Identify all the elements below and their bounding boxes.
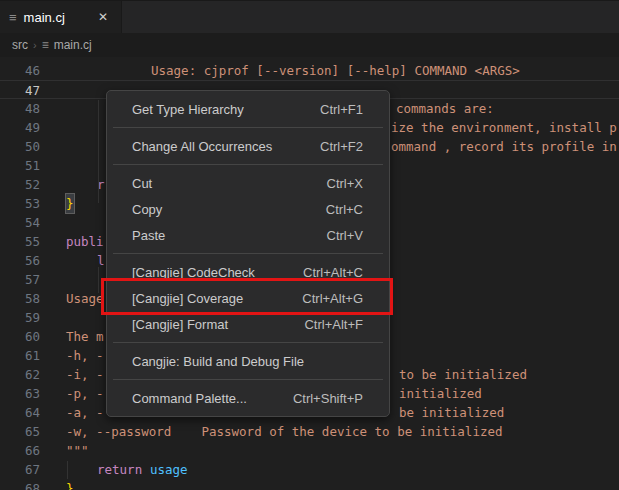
breadcrumb: src › ≡ main.cj [0,33,619,57]
code-text: usage [150,460,188,479]
menu-separator [113,127,383,128]
line-number: 66 [0,441,40,460]
indent-guide [67,461,68,479]
code-text: """ [66,441,89,460]
indent-guide [98,267,99,293]
line-number: 56 [0,251,40,270]
menu-item-shortcut: Ctrl+C [326,202,363,217]
menu-item-paste[interactable]: PasteCtrl+V [107,222,389,248]
line-number: 60 [0,327,40,346]
line-number: 55 [0,232,40,251]
menu-separator [113,164,383,165]
menu-item-label: Change All Occurrences [132,139,320,154]
code-line-66[interactable]: 66""" [0,441,619,460]
code-text: -a, - [66,403,104,422]
line-number: 61 [0,346,40,365]
line-number: 49 [0,118,40,137]
vscode-window: ≡ main.cj ✕ src › ≡ main.cj 46Usage: cjp… [0,0,619,490]
menu-separator [113,342,383,343]
code-text: -w, --password Password of the device to… [66,422,503,441]
line-number: 57 [0,270,40,289]
menu-item-copy[interactable]: CopyCtrl+C [107,196,389,222]
menu-item-shortcut: Ctrl+X [327,176,363,191]
menu-item-cangjie-format[interactable]: [Cangjie] FormatCtrl+Alt+F [107,311,389,337]
menu-item-change-all-occurrences[interactable]: Change All OccurrencesCtrl+F2 [107,133,389,159]
menu-item-label: [Cangjie] Coverage [132,291,302,306]
file-icon: ≡ [42,39,49,51]
line-number: 58 [0,289,40,308]
code-line-46[interactable]: 46Usage: cjprof [--version] [--help] COM… [0,61,619,80]
line-number: 68 [0,479,40,490]
line-number: 59 [0,308,40,327]
code-line-67[interactable]: 67returnusage [0,460,619,479]
code-text: -h, - [66,346,104,365]
breadcrumb-item-main-cj[interactable]: main.cj [54,38,92,52]
code-line-65[interactable]: 65-w, --password Password of the device … [0,422,619,441]
menu-item-cangjie-codecheck[interactable]: [Cangjie] CodeCheckCtrl+Alt+C [107,259,389,285]
code-text: publi [66,232,104,251]
code-text: initialized [399,384,482,403]
menu-item-cangjie-build-and-debug-file[interactable]: Cangjie: Build and Debug File [107,348,389,374]
code-text: commands are: [396,99,494,118]
menu-item-shortcut: Ctrl+V [327,228,363,243]
line-number: 51 [0,156,40,175]
line-number: 52 [0,175,40,194]
menu-separator [113,379,383,380]
menu-item-label: [Cangjie] Format [132,317,304,332]
menu-item-label: Command Palette... [132,391,293,406]
breadcrumb-item-src[interactable]: src [12,38,28,52]
menu-item-shortcut: Ctrl+Alt+G [302,291,363,306]
menu-item-shortcut: Ctrl+Shift+P [293,391,363,406]
code-text: } [66,194,74,213]
code-line-68[interactable]: 68} [0,479,619,490]
context-menu: Get Type HierarchyCtrl+F1Change All Occu… [106,90,390,417]
code-text: The m [66,327,104,346]
menu-separator [113,253,383,254]
code-text: Usage: cjprof [--version] [--help] COMMA… [151,61,520,80]
code-text: to be initialized [399,365,527,384]
menu-item-label: Cut [132,176,327,191]
indent-guide [98,100,99,203]
menu-item-cut[interactable]: CutCtrl+X [107,170,389,196]
code-text: ize the environment, install p [391,118,617,137]
code-text: -i, - [66,365,104,384]
line-number: 64 [0,403,40,422]
menu-item-shortcut: Ctrl+F2 [320,139,363,154]
code-text: ommand , record its profile in [391,137,617,156]
menu-item-label: Get Type Hierarchy [132,102,320,117]
menu-item-get-type-hierarchy[interactable]: Get Type HierarchyCtrl+F1 [107,96,389,122]
line-number: 62 [0,365,40,384]
code-text: return [97,460,142,479]
file-icon: ≡ [9,11,17,24]
menu-item-command-palette[interactable]: Command Palette...Ctrl+Shift+P [107,385,389,411]
line-number: 50 [0,137,40,156]
tab-main-cj[interactable]: ≡ main.cj ✕ [0,1,122,33]
menu-item-shortcut: Ctrl+Alt+F [304,317,363,332]
line-number: 46 [0,61,40,80]
menu-item-shortcut: Ctrl+F1 [320,102,363,117]
tab-bar: ≡ main.cj ✕ [0,0,619,33]
code-text: -p, - [66,384,104,403]
menu-item-cangjie-coverage[interactable]: [Cangjie] CoverageCtrl+Alt+G [107,285,389,311]
line-number: 48 [0,99,40,118]
tab-label: main.cj [24,10,65,25]
line-number: 47 [0,81,40,100]
menu-item-label: Copy [132,202,326,217]
close-icon[interactable]: ✕ [95,9,111,25]
code-text: be initialized [399,403,504,422]
line-number: 67 [0,460,40,479]
line-number: 65 [0,422,40,441]
menu-item-label: Cangjie: Build and Debug File [132,354,363,369]
menu-item-shortcut: Ctrl+Alt+C [303,265,363,280]
line-number: 54 [0,213,40,232]
chevron-right-icon: › [33,39,37,51]
line-number: 53 [0,194,40,213]
line-number: 63 [0,384,40,403]
menu-item-label: [Cangjie] CodeCheck [132,265,303,280]
menu-item-label: Paste [132,228,327,243]
code-text: } [66,479,74,490]
